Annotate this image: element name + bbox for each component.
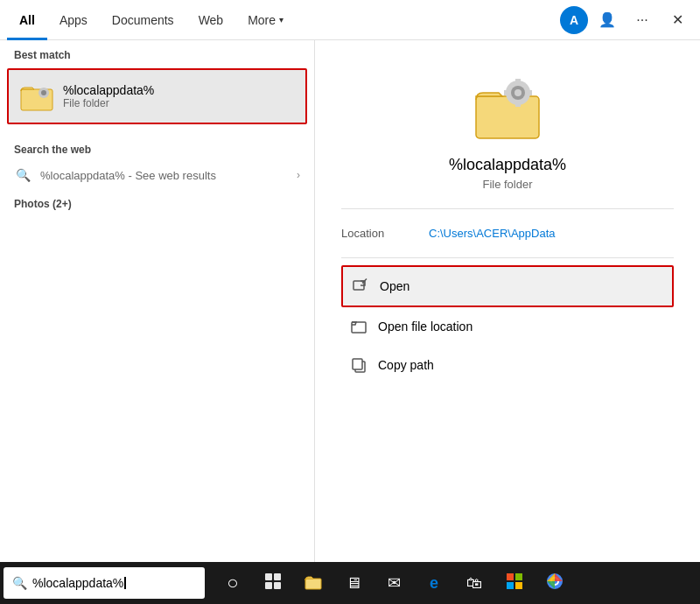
location-value[interactable]: C:\Users\ACER\AppData (429, 227, 556, 240)
svg-rect-10 (515, 102, 521, 107)
persona-icon: 👤 (598, 11, 616, 28)
taskbar-search-button[interactable]: ○ (214, 564, 252, 602)
copy-path-label: Copy path (378, 358, 434, 372)
tab-more[interactable]: More ▾ (235, 0, 296, 40)
svg-point-8 (514, 89, 522, 96)
search-web-label: Search the web (0, 135, 314, 159)
taskbar-edge-button[interactable]: e (415, 564, 453, 602)
web-result-item[interactable]: 🔍 %localappdata% - See web results › (0, 159, 314, 191)
copy-path-action[interactable]: Copy path (341, 346, 674, 384)
copy-path-icon (348, 355, 369, 376)
svg-rect-18 (265, 573, 272, 580)
tab-web[interactable]: Web (186, 0, 236, 40)
folder-icon (19, 79, 54, 114)
open-file-location-label: Open file location (378, 320, 472, 334)
tab-all-label: All (19, 13, 35, 27)
persona-button[interactable]: 👤 (592, 4, 623, 36)
file-explorer-icon (304, 572, 323, 595)
open-label: Open (380, 279, 410, 293)
more-options-button[interactable]: ··· (626, 4, 658, 36)
edge-icon: e (430, 574, 438, 593)
chrome-icon (546, 572, 564, 594)
open-action[interactable]: Open (341, 265, 674, 307)
tab-apps[interactable]: Apps (47, 0, 100, 40)
svg-rect-12 (504, 90, 509, 95)
shopping-icon: 🛍 (466, 574, 482, 593)
text-cursor (124, 577, 126, 589)
open-icon (350, 276, 371, 297)
tab-documents-label: Documents (112, 13, 174, 27)
taskbar: 🔍 %localappdata% ○ 🖥 ✉ e (0, 562, 700, 604)
svg-rect-22 (305, 579, 321, 589)
best-match-result[interactable]: %localappdata% File folder (7, 68, 307, 124)
location-label: Location (341, 227, 429, 240)
photos-label: Photos (2+) (0, 191, 314, 214)
chevron-right-icon: › (297, 169, 300, 181)
folder-icon-large (472, 75, 542, 145)
best-match-subtitle: File folder (63, 97, 154, 109)
ellipsis-icon: ··· (636, 12, 648, 28)
taskbar-winstore-button[interactable] (495, 564, 534, 602)
taskbar-store-button[interactable]: 🖥 (334, 564, 373, 602)
taskbar-file-explorer-button[interactable] (294, 564, 332, 602)
svg-point-3 (41, 90, 46, 95)
file-type: File folder (482, 178, 532, 191)
open-file-location-action[interactable]: Open file location (341, 307, 674, 346)
search-web-section: Search the web 🔍 %localappdata% - See we… (0, 128, 314, 191)
web-query-text: %localappdata% (40, 169, 125, 182)
store-icon: 🖥 (346, 574, 361, 593)
nav-icon-group: A 👤 ··· ✕ (560, 4, 693, 36)
open-file-location-icon (348, 316, 369, 337)
svg-rect-4 (476, 96, 539, 138)
task-view-icon (264, 572, 282, 594)
left-panel: Best match %localappdata% File folder (0, 40, 315, 562)
taskbar-task-view-button[interactable] (254, 564, 292, 602)
svg-rect-17 (353, 359, 362, 369)
svg-rect-9 (515, 79, 521, 84)
taskbar-chrome-button[interactable] (536, 564, 574, 602)
right-panel: %localappdata% File folder Location C:\U… (315, 40, 700, 562)
best-match-text: %localappdata% File folder (63, 83, 154, 109)
tab-all[interactable]: All (7, 0, 47, 40)
best-match-title: %localappdata% (63, 83, 154, 97)
file-preview: %localappdata% File folder (341, 58, 674, 209)
user-avatar[interactable]: A (560, 6, 588, 34)
file-title: %localappdata% (449, 156, 566, 174)
search-bar-text: %localappdata% (32, 576, 123, 590)
svg-rect-15 (352, 322, 366, 333)
file-info: Location C:\Users\ACER\AppData (341, 209, 674, 258)
svg-rect-19 (274, 573, 281, 580)
taskbar-mail-button[interactable]: ✉ (374, 564, 413, 602)
tab-apps-label: Apps (60, 13, 88, 27)
taskbar-search-icon: 🔍 (12, 576, 27, 590)
file-actions: Open Open file location (341, 258, 674, 391)
close-button[interactable]: ✕ (662, 4, 693, 36)
mail-icon: ✉ (388, 573, 401, 593)
svg-rect-20 (265, 582, 272, 589)
location-row: Location C:\Users\ACER\AppData (341, 223, 674, 243)
search-bar[interactable]: 🔍 %localappdata% (4, 567, 205, 599)
web-result-suffix: - See web results (125, 169, 216, 182)
svg-rect-26 (515, 582, 522, 589)
top-navigation: All Apps Documents Web More ▾ A 👤 ··· ✕ (0, 0, 700, 40)
tab-documents[interactable]: Documents (100, 0, 186, 40)
svg-rect-24 (515, 573, 522, 580)
web-result-text: %localappdata% - See web results (40, 169, 297, 182)
svg-rect-25 (507, 582, 514, 589)
search-icon: 🔍 (14, 166, 32, 184)
main-content: Best match %localappdata% File folder (0, 40, 700, 562)
tab-more-label: More (248, 13, 276, 27)
svg-rect-21 (274, 582, 281, 589)
winstore-icon (506, 572, 523, 594)
tab-more-chevron: ▾ (279, 15, 284, 25)
svg-rect-11 (527, 90, 532, 95)
taskbar-shopping-button[interactable]: 🛍 (455, 564, 494, 602)
tab-web-label: Web (199, 13, 224, 27)
svg-rect-23 (507, 573, 514, 580)
circle-icon: ○ (227, 572, 238, 594)
best-match-label: Best match (0, 40, 314, 65)
close-icon: ✕ (672, 11, 683, 28)
